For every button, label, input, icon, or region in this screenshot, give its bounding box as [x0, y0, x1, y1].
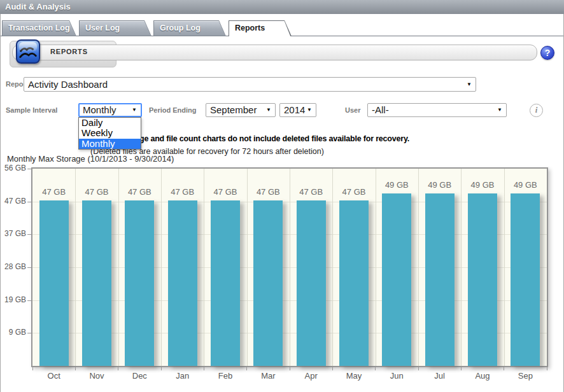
bar-jan: [168, 200, 197, 366]
x-axis-label-jun: Jun: [376, 371, 418, 381]
bar-jun: [382, 193, 411, 366]
bar-value-label-jun: 49 GB: [376, 180, 418, 190]
chevron-down-icon: ▼: [266, 104, 271, 116]
bar-value-label-may: 47 GB: [332, 187, 375, 197]
vertical-gridline: [504, 169, 505, 366]
x-axis-tick: [204, 367, 204, 370]
y-axis-tick: [27, 202, 31, 202]
x-axis-label-nov: Nov: [75, 371, 118, 381]
x-axis-tick: [332, 367, 333, 370]
x-axis-tick: [375, 367, 376, 370]
y-axis-label: 28 GB: [1, 262, 26, 271]
content-area: Transaction Log User Log Group Log Repor…: [0, 14, 564, 392]
x-axis-label-feb: Feb: [204, 371, 246, 381]
bar-aug: [468, 193, 497, 366]
tab-group-log[interactable]: Group Log: [153, 20, 226, 36]
tab-label: Group Log: [160, 20, 201, 36]
tab-user-log[interactable]: User Log: [79, 20, 152, 36]
audit-analysis-window: Audit & Analysis Transaction Log User Lo…: [0, 0, 564, 392]
bar-value-label-aug: 49 GB: [461, 180, 504, 190]
dropdown-option-monthly[interactable]: Monthly: [79, 139, 141, 149]
period-month-select[interactable]: September ▼: [206, 103, 276, 117]
storage-chart: Monthly Max Storage (10/1/2013 - 9/30/20…: [1, 153, 564, 392]
x-axis-label-apr: Apr: [290, 371, 332, 381]
bar-mar: [253, 200, 283, 366]
y-axis-tick: [27, 234, 31, 235]
period-month-value: September: [210, 104, 264, 116]
chevron-down-icon: ▼: [307, 104, 312, 116]
x-axis-tick: [504, 367, 504, 370]
y-axis-label: 37 GB: [1, 229, 26, 238]
tab-label: User Log: [85, 20, 120, 36]
y-axis-label: 47 GB: [1, 197, 26, 206]
dropdown-option-weekly[interactable]: Weekly: [79, 128, 141, 138]
tab-label: Reports: [235, 20, 265, 36]
dropdown-option-daily[interactable]: Daily: [79, 118, 141, 128]
x-axis-label-mar: Mar: [247, 371, 290, 381]
reports-header-bar: [12, 45, 537, 60]
bar-jul: [425, 193, 455, 366]
bar-oct: [39, 200, 69, 366]
bar-sep: [511, 193, 540, 366]
tab-reports[interactable]: Reports: [229, 20, 292, 36]
vertical-gridline: [376, 169, 376, 366]
vertical-gridline: [75, 169, 76, 366]
help-glyph: ?: [545, 48, 551, 58]
period-year-select[interactable]: 2014 ▼: [279, 103, 316, 117]
vertical-gridline: [290, 169, 290, 366]
x-axis-tick: [161, 367, 162, 370]
bar-apr: [297, 200, 326, 366]
info-glyph: i: [535, 105, 538, 115]
y-axis-tick: [27, 169, 31, 169]
x-axis-label-sep: Sep: [504, 371, 547, 381]
tab-transaction-log[interactable]: Transaction Log: [2, 20, 76, 36]
sample-interval-select[interactable]: Monthly ▼: [78, 103, 142, 117]
x-axis-label-dec: Dec: [118, 371, 161, 381]
bar-may: [339, 200, 369, 366]
sample-interval-dropdown: Daily Weekly Monthly: [78, 117, 141, 150]
user-select-value: -All-: [372, 104, 495, 116]
tab-label: Transaction Log: [8, 20, 70, 36]
x-axis-label-oct: Oct: [32, 371, 75, 381]
help-icon[interactable]: ?: [540, 46, 554, 60]
recovery-note-line1: Storage and file count charts do not inc…: [120, 134, 409, 143]
info-icon[interactable]: i: [530, 104, 543, 117]
chevron-down-icon: ▼: [132, 104, 137, 116]
vertical-gridline: [461, 169, 462, 366]
y-axis-tick: [27, 267, 31, 268]
x-axis-label-may: May: [332, 371, 375, 381]
chevron-down-icon: ▼: [467, 78, 472, 91]
vertical-gridline: [204, 169, 204, 366]
bar-value-label-jul: 49 GB: [418, 180, 461, 190]
sample-interval-value: Monthly: [83, 104, 130, 116]
bar-value-label-jan: 47 GB: [161, 187, 204, 197]
user-select[interactable]: -All- ▼: [367, 103, 507, 117]
bar-value-label-feb: 47 GB: [204, 187, 246, 197]
x-axis-label-aug: Aug: [461, 371, 504, 381]
vertical-gridline: [247, 169, 248, 366]
report-select[interactable]: Activity Dashboard ▼: [24, 77, 476, 92]
x-axis-tick: [32, 367, 33, 370]
x-axis-tick: [118, 367, 118, 370]
bar-value-label-oct: 47 GB: [32, 187, 75, 197]
bar-value-label-sep: 49 GB: [504, 180, 547, 190]
bar-feb: [211, 200, 240, 366]
birds-logo-icon: [16, 39, 40, 64]
period-year-value: 2014: [284, 104, 304, 116]
bar-value-label-apr: 47 GB: [290, 187, 332, 197]
bar-value-label-mar: 47 GB: [247, 187, 290, 197]
x-axis-label-jan: Jan: [161, 371, 204, 381]
y-axis-label: 19 GB: [1, 295, 26, 304]
x-axis-tick: [290, 367, 290, 370]
y-axis-tick: [27, 300, 31, 301]
bar-nov: [82, 200, 111, 366]
user-label: User: [345, 106, 360, 114]
chevron-down-icon: ▼: [497, 104, 502, 116]
vertical-gridline: [161, 169, 162, 366]
reports-header-title: REPORTS: [50, 45, 88, 59]
report-select-value: Activity Dashboard: [28, 78, 464, 91]
vertical-gridline: [418, 169, 419, 366]
x-axis-label-jul: Jul: [418, 371, 461, 381]
window-title: Audit & Analysis: [5, 0, 71, 14]
y-axis-label: 9 GB: [1, 328, 26, 337]
